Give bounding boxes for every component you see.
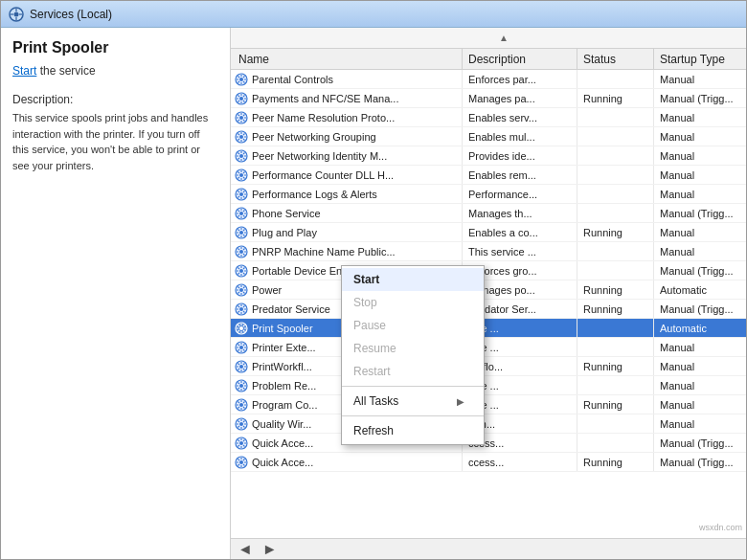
table-row[interactable]: Parental Controls Enforces par... Manual xyxy=(231,70,746,89)
table-row[interactable]: Program Co... vice ... Running Manual xyxy=(231,395,746,414)
svg-point-57 xyxy=(239,173,243,177)
services-icon xyxy=(9,7,24,22)
cell-startup: Manual (Trigg... xyxy=(654,434,746,452)
cell-desc: This service ... xyxy=(463,242,577,260)
title-bar-label: Services (Local) xyxy=(30,8,112,21)
table-row[interactable]: Performance Counter DLL H... Enables rem… xyxy=(231,166,746,185)
svg-point-187 xyxy=(239,422,243,426)
table-row[interactable]: Printer Exte... vice ... Manual xyxy=(231,338,746,357)
row-service-name: PNRP Machine Name Public... xyxy=(252,246,396,258)
menu-item-label: Start xyxy=(353,273,379,286)
watermark: wsxdn.com xyxy=(699,523,742,532)
row-service-name: Problem Re... xyxy=(252,380,316,392)
header-startup[interactable]: Startup Type xyxy=(654,49,746,69)
svg-point-47 xyxy=(239,154,243,158)
service-gear-icon xyxy=(235,417,248,431)
start-link-container: Start the service xyxy=(12,64,218,78)
service-gear-icon xyxy=(235,130,248,144)
menu-item-label: Refresh xyxy=(353,424,394,437)
header-status[interactable]: Status xyxy=(577,49,654,69)
service-gear-icon xyxy=(235,207,248,220)
cell-startup: Manual xyxy=(654,146,746,165)
menu-item-label: All Tasks xyxy=(353,394,398,408)
svg-point-107 xyxy=(239,269,243,273)
cell-status: Running xyxy=(577,89,654,107)
table-row[interactable]: Portable Device Enumerator ... Enforces … xyxy=(231,261,746,280)
service-gear-icon xyxy=(235,360,248,373)
menu-item-stop: Stop xyxy=(342,291,484,314)
header-description[interactable]: Description xyxy=(463,49,577,69)
table-row[interactable]: Performance Logs & Alerts Performance...… xyxy=(231,185,746,204)
table-row[interactable]: Predator Service Predator Ser... Running… xyxy=(231,300,746,319)
cell-desc: Provides ide... xyxy=(463,146,577,165)
menu-item-start[interactable]: Start xyxy=(342,268,484,291)
cell-status xyxy=(577,146,654,165)
svg-point-157 xyxy=(239,365,243,369)
next-button[interactable]: ► xyxy=(260,541,281,558)
table-row[interactable]: Plug and Play Enables a co... Running Ma… xyxy=(231,223,746,242)
cell-status: Running xyxy=(577,300,654,318)
cell-status xyxy=(577,108,654,126)
table-header: Name Description Status Startup Type xyxy=(231,49,746,70)
cell-startup: Manual (Trigg... xyxy=(654,300,746,318)
cell-name: Plug and Play xyxy=(231,223,463,241)
table-body[interactable]: Parental Controls Enforces par... Manual xyxy=(231,70,746,538)
row-service-name: Performance Logs & Alerts xyxy=(252,189,377,200)
table-row[interactable]: Peer Networking Grouping Enables mul... … xyxy=(231,127,746,146)
cell-name: Parental Controls xyxy=(231,70,463,88)
table-row[interactable]: Payments and NFC/SE Mana... Manages pa..… xyxy=(231,89,746,108)
menu-item-label: Stop xyxy=(353,296,377,309)
cell-desc: Manages pa... xyxy=(463,89,577,107)
menu-item-all-tasks[interactable]: All Tasks▶ xyxy=(342,390,484,413)
cell-desc: Enables mul... xyxy=(463,127,577,146)
cell-startup: Automatic xyxy=(654,280,746,299)
cell-desc: Performance... xyxy=(463,185,577,203)
service-gear-icon xyxy=(235,379,248,392)
cell-name: Quick Acce... xyxy=(231,453,463,471)
table-row[interactable]: Quick Acce... ccess... Manual (Trigg... xyxy=(231,434,746,453)
table-row[interactable]: Phone Service Manages th... Manual (Trig… xyxy=(231,204,746,223)
cell-startup: Automatic xyxy=(654,319,746,337)
table-row[interactable]: PNRP Machine Name Public... This service… xyxy=(231,242,746,261)
svg-point-17 xyxy=(239,97,243,101)
table-row[interactable]: Quality Wir... Win... Manual xyxy=(231,414,746,434)
cell-status xyxy=(577,338,654,356)
row-service-name: Performance Counter DLL H... xyxy=(252,169,394,181)
table-row[interactable]: Peer Name Resolution Proto... Enables se… xyxy=(231,108,746,127)
header-name[interactable]: Name xyxy=(231,49,463,69)
service-gear-icon xyxy=(235,302,248,316)
cell-status xyxy=(577,376,654,394)
service-gear-icon xyxy=(235,398,248,412)
cell-name: Performance Logs & Alerts xyxy=(231,185,463,203)
cell-startup: Manual xyxy=(654,223,746,241)
cell-name: PNRP Machine Name Public... xyxy=(231,242,463,260)
svg-point-177 xyxy=(239,403,243,407)
cell-status: Running xyxy=(577,453,654,471)
menu-item-refresh[interactable]: Refresh xyxy=(342,419,484,442)
cell-startup: Manual xyxy=(654,414,746,433)
start-link[interactable]: Start xyxy=(12,64,36,78)
svg-point-27 xyxy=(239,116,243,120)
description-text: This service spools print jobs and handl… xyxy=(12,110,218,173)
svg-point-117 xyxy=(239,288,243,292)
row-service-name: Phone Service xyxy=(252,208,321,219)
prev-button[interactable]: ◄ xyxy=(235,541,256,558)
table-row[interactable]: Peer Networking Identity M... Provides i… xyxy=(231,146,746,166)
row-service-name: Power xyxy=(252,284,282,296)
cell-startup: Manual (Trigg... xyxy=(654,89,746,107)
table-row[interactable]: Problem Re... vice ... Manual xyxy=(231,376,746,395)
service-gear-icon xyxy=(235,264,248,278)
table-row[interactable]: PrintWorkfl... orkflo... Running Manual xyxy=(231,357,746,376)
table-row[interactable]: Power Manages po... Running Automatic xyxy=(231,280,746,300)
svg-point-137 xyxy=(239,326,243,330)
cell-name: Phone Service xyxy=(231,204,463,222)
table-row[interactable]: Print Spooler vice ... Automatic xyxy=(231,319,746,338)
cell-desc: Enables serv... xyxy=(463,108,577,126)
cell-startup: Manual xyxy=(654,127,746,146)
cell-desc: Enables rem... xyxy=(463,166,577,184)
description-section: Description: This service spools print j… xyxy=(12,93,218,173)
row-service-name: Program Co... xyxy=(252,399,317,411)
table-row[interactable]: Quick Acce... ccess... Running Manual (T… xyxy=(231,453,746,472)
service-gear-icon xyxy=(235,92,248,105)
cell-startup: Manual xyxy=(654,395,746,414)
